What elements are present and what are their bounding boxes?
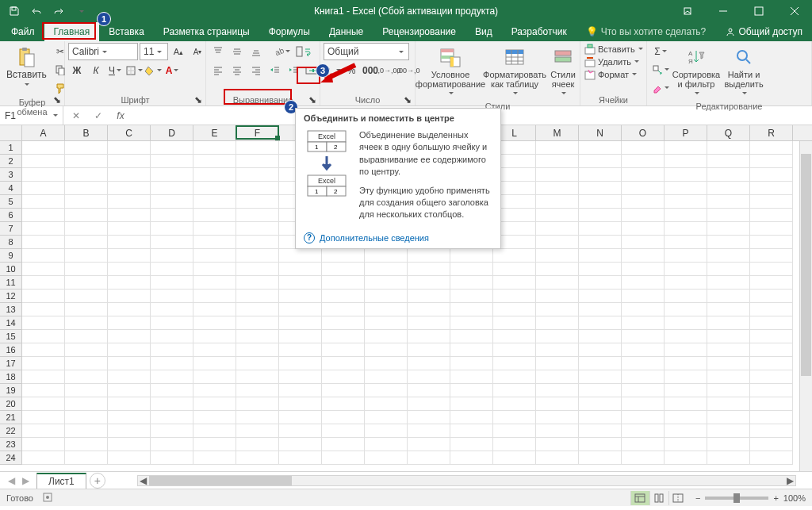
cell[interactable] — [750, 141, 793, 155]
row-header[interactable]: 8 — [0, 236, 22, 249]
alignment-launcher-icon[interactable]: ⬊ — [308, 94, 318, 104]
cell[interactable] — [279, 451, 322, 465]
cell[interactable] — [622, 276, 665, 290]
cell[interactable] — [750, 384, 793, 397]
cell[interactable] — [408, 397, 450, 411]
cell[interactable] — [22, 249, 65, 263]
cell[interactable] — [65, 397, 108, 411]
cell[interactable] — [450, 303, 493, 316]
cell[interactable] — [707, 384, 750, 397]
close-icon[interactable] — [776, 0, 812, 22]
cell[interactable] — [622, 303, 665, 316]
cell[interactable] — [579, 276, 622, 290]
cell[interactable] — [22, 276, 65, 290]
cell[interactable] — [493, 290, 536, 303]
cell[interactable] — [536, 182, 579, 195]
cell[interactable] — [622, 182, 665, 195]
align-top-icon[interactable] — [209, 43, 227, 60]
cell[interactable] — [193, 438, 236, 451]
cell[interactable] — [707, 236, 750, 249]
cell[interactable] — [151, 438, 193, 451]
cell[interactable] — [151, 276, 193, 290]
cell[interactable] — [322, 370, 365, 384]
cell[interactable] — [151, 141, 193, 155]
cell[interactable] — [750, 343, 793, 357]
cell[interactable] — [193, 155, 236, 168]
share-button[interactable]: Общий доступ — [716, 22, 812, 41]
row-header[interactable]: 3 — [0, 168, 22, 182]
cell[interactable] — [22, 397, 65, 411]
cell[interactable] — [65, 209, 108, 222]
vertical-scrollbar[interactable] — [799, 141, 812, 471]
cell[interactable] — [22, 424, 65, 438]
cell[interactable] — [665, 411, 707, 424]
qat-customize-icon[interactable] — [71, 2, 90, 21]
cell[interactable] — [622, 411, 665, 424]
cell[interactable] — [108, 451, 151, 465]
cell[interactable] — [236, 141, 279, 155]
cell[interactable] — [151, 357, 193, 370]
column-header[interactable]: A — [22, 125, 65, 140]
cell[interactable] — [536, 290, 579, 303]
cell[interactable] — [665, 438, 707, 451]
cell[interactable] — [151, 370, 193, 384]
align-center-icon[interactable] — [228, 62, 246, 79]
cell[interactable] — [493, 276, 536, 290]
cell[interactable] — [750, 195, 793, 209]
autosum-icon[interactable]: Σ — [650, 43, 671, 60]
cell[interactable] — [22, 303, 65, 316]
cell[interactable] — [707, 263, 750, 276]
tab-view[interactable]: Вид — [465, 22, 502, 41]
cell[interactable] — [707, 222, 750, 236]
cell-styles-button[interactable]: Стили ячеек — [547, 43, 579, 101]
cell[interactable] — [22, 370, 65, 384]
cell[interactable] — [665, 316, 707, 330]
cell[interactable] — [665, 357, 707, 370]
cell[interactable] — [450, 316, 493, 330]
cell[interactable] — [622, 316, 665, 330]
orientation-icon[interactable]: ab — [273, 43, 290, 60]
cell[interactable] — [22, 263, 65, 276]
tell-me[interactable]: 💡Что вы хотите сделать? — [576, 22, 716, 41]
cell[interactable] — [322, 411, 365, 424]
cell[interactable] — [108, 343, 151, 357]
cell[interactable] — [236, 451, 279, 465]
row-header[interactable]: 21 — [0, 411, 22, 424]
cell[interactable] — [365, 424, 408, 438]
cell[interactable] — [151, 222, 193, 236]
cell[interactable] — [279, 276, 322, 290]
cell[interactable] — [493, 397, 536, 411]
row-header[interactable]: 13 — [0, 303, 22, 316]
cell[interactable] — [493, 343, 536, 357]
decrease-indent-icon[interactable] — [266, 62, 284, 79]
cell[interactable] — [65, 411, 108, 424]
cell[interactable] — [108, 222, 151, 236]
cell[interactable] — [322, 303, 365, 316]
cell[interactable] — [151, 182, 193, 195]
cell[interactable] — [408, 424, 450, 438]
row-header[interactable]: 12 — [0, 290, 22, 303]
column-header[interactable]: M — [536, 125, 579, 140]
cell[interactable] — [22, 155, 65, 168]
cell[interactable] — [665, 209, 707, 222]
cell[interactable] — [622, 330, 665, 343]
cell[interactable] — [65, 155, 108, 168]
horizontal-scrollbar[interactable]: ◀ ▶ — [137, 475, 796, 486]
cell[interactable] — [450, 411, 493, 424]
find-select-button[interactable]: Найти и выделить — [722, 43, 766, 101]
cell[interactable] — [707, 438, 750, 451]
cell[interactable] — [750, 411, 793, 424]
save-icon[interactable] — [5, 2, 24, 21]
cell[interactable] — [579, 411, 622, 424]
cell[interactable] — [579, 438, 622, 451]
cell[interactable] — [750, 397, 793, 411]
cell[interactable] — [151, 303, 193, 316]
paste-button[interactable]: Вставить — [3, 43, 50, 92]
cell[interactable] — [151, 330, 193, 343]
cell[interactable] — [65, 316, 108, 330]
cell[interactable] — [236, 155, 279, 168]
cell[interactable] — [665, 236, 707, 249]
cell[interactable] — [193, 182, 236, 195]
cell[interactable] — [622, 263, 665, 276]
cell[interactable] — [65, 438, 108, 451]
